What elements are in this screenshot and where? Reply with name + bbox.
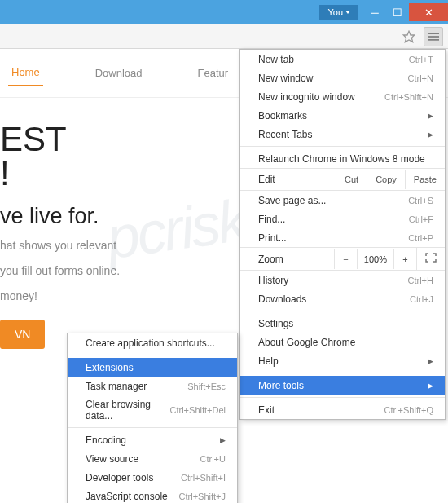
menu-zoom-row: Zoom − 100% + — [240, 247, 445, 271]
svg-rect-2 — [428, 36, 439, 38]
shortcut: Ctrl+N — [408, 73, 433, 83]
svg-marker-0 — [403, 31, 414, 42]
user-label: You — [327, 7, 343, 17]
menu-more-tools[interactable]: More tools▶ — [240, 376, 445, 395]
zoom-value: 100% — [357, 249, 393, 269]
label: About Google Chrome — [258, 337, 355, 348]
label: Developer tools — [86, 472, 153, 483]
zoom-out-button[interactable]: − — [334, 249, 357, 269]
menu-separator — [240, 146, 445, 147]
menu-history[interactable]: HistoryCtrl+H — [240, 271, 445, 289]
menu-save-as[interactable]: Save page as...Ctrl+S — [240, 191, 445, 210]
label: Recent Tabs — [258, 129, 313, 140]
label: History — [258, 275, 288, 286]
label: View source — [86, 453, 138, 465]
shortcut: Shift+Esc — [187, 382, 226, 391]
label: Downloads — [258, 293, 306, 305]
menu-new-tab[interactable]: New tabCtrl+T — [240, 50, 445, 68]
menu-separator — [240, 311, 445, 311]
shortcut: Ctrl+F — [409, 214, 433, 224]
label: More tools — [258, 380, 304, 391]
submenu-create-shortcuts[interactable]: Create application shortcuts... — [68, 333, 237, 352]
copy-button[interactable]: Copy — [367, 170, 405, 189]
maximize-button[interactable]: ☐ — [386, 3, 409, 21]
menu-about[interactable]: About Google Chrome — [240, 333, 445, 351]
menu-separator — [240, 397, 445, 398]
menu-separator — [68, 427, 237, 428]
browser-toolbar — [0, 24, 448, 49]
svg-rect-3 — [428, 39, 439, 41]
shortcut: Ctrl+Shift+N — [384, 92, 433, 102]
label: New incognito window — [258, 91, 355, 103]
svg-rect-1 — [428, 33, 439, 34]
label: Create application shortcuts... — [86, 338, 215, 349]
label: New tab — [258, 54, 294, 65]
label: Help — [258, 355, 279, 367]
shortcut: Ctrl+P — [408, 233, 433, 243]
submenu-view-source[interactable]: View sourceCtrl+U — [68, 449, 237, 468]
download-button[interactable]: VN — [0, 320, 45, 349]
nav-home[interactable]: Home — [8, 60, 43, 86]
more-tools-submenu: Create application shortcuts... Extensio… — [67, 333, 238, 503]
menu-downloads[interactable]: DownloadsCtrl+J — [240, 289, 445, 308]
menu-bookmarks[interactable]: Bookmarks▶ — [240, 106, 445, 125]
menu-separator — [240, 373, 445, 373]
menu-new-window[interactable]: New windowCtrl+N — [240, 68, 445, 87]
label: Exit — [258, 404, 275, 416]
cut-button[interactable]: Cut — [336, 170, 367, 189]
menu-help[interactable]: Help▶ — [240, 351, 445, 370]
label: Print... — [258, 232, 287, 244]
label: Find... — [258, 214, 285, 225]
label: Save page as... — [258, 195, 326, 206]
chevron-right-icon: ▶ — [428, 130, 433, 139]
shortcut: Ctrl+Shift+I — [181, 473, 226, 483]
nav-features[interactable]: Featur — [195, 60, 232, 86]
shortcut: Ctrl+H — [408, 276, 433, 285]
menu-new-incognito[interactable]: New incognito windowCtrl+Shift+N — [240, 87, 445, 106]
submenu-task-manager[interactable]: Task managerShift+Esc — [68, 377, 237, 395]
window-titlebar: You ─ ☐ ✕ — [0, 0, 448, 24]
chevron-right-icon: ▶ — [428, 357, 433, 365]
submenu-js-console[interactable]: JavaScript consoleCtrl+Shift+J — [68, 487, 237, 503]
close-button[interactable]: ✕ — [409, 3, 448, 21]
shortcut: Ctrl+U — [200, 454, 226, 464]
submenu-clear-data[interactable]: Clear browsing data...Ctrl+Shift+Del — [68, 395, 237, 425]
shortcut: Ctrl+Shift+Q — [384, 405, 433, 415]
label: Extensions — [86, 362, 134, 373]
label: Bookmarks — [258, 110, 307, 121]
shortcut: Ctrl+S — [408, 196, 433, 205]
label: JavaScript console — [86, 491, 168, 502]
label: New window — [258, 73, 313, 84]
menu-exit[interactable]: ExitCtrl+Shift+Q — [240, 400, 445, 419]
menu-find[interactable]: Find...Ctrl+F — [240, 210, 445, 228]
zoom-in-button[interactable]: + — [393, 249, 416, 269]
submenu-extensions[interactable]: Extensions — [68, 358, 237, 377]
bookmark-star-icon[interactable] — [399, 27, 419, 46]
zoom-label: Zoom — [240, 249, 334, 270]
chevron-right-icon: ▶ — [220, 436, 226, 444]
menu-print[interactable]: Print...Ctrl+P — [240, 228, 445, 247]
minimize-button[interactable]: ─ — [363, 3, 386, 21]
paste-button[interactable]: Paste — [405, 170, 445, 189]
label: Settings — [258, 318, 293, 329]
label: Relaunch Chrome in Windows 8 mode — [258, 153, 425, 165]
label: Task manager — [86, 381, 147, 392]
label: Clear browsing data... — [86, 399, 170, 421]
menu-edit-row: Edit Cut Copy Paste — [240, 168, 445, 191]
menu-separator — [68, 355, 237, 355]
chevron-right-icon: ▶ — [428, 112, 433, 120]
submenu-dev-tools[interactable]: Developer toolsCtrl+Shift+I — [68, 468, 237, 487]
shortcut: Ctrl+T — [409, 55, 433, 64]
nav-download[interactable]: Download — [92, 60, 146, 86]
fullscreen-button[interactable] — [416, 248, 445, 270]
hamburger-menu-icon[interactable] — [424, 27, 443, 46]
chrome-main-menu: New tabCtrl+T New windowCtrl+N New incog… — [239, 49, 446, 420]
shortcut: Ctrl+J — [410, 294, 433, 304]
user-badge[interactable]: You — [319, 5, 358, 20]
menu-settings[interactable]: Settings — [240, 314, 445, 333]
menu-recent-tabs[interactable]: Recent Tabs▶ — [240, 125, 445, 143]
label: Encoding — [86, 435, 126, 446]
menu-relaunch[interactable]: Relaunch Chrome in Windows 8 mode — [240, 149, 445, 168]
submenu-encoding[interactable]: Encoding▶ — [68, 430, 237, 449]
shortcut: Ctrl+Shift+Del — [170, 405, 226, 415]
